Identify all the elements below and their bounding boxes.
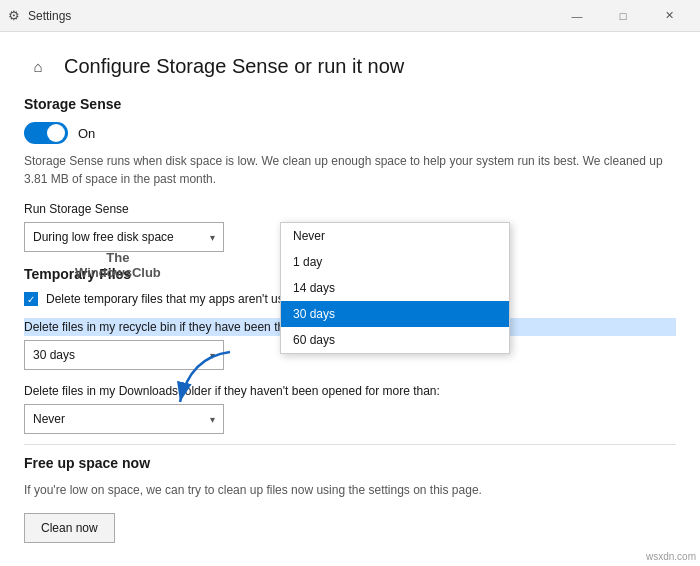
home-button[interactable]: ⌂: [24, 52, 52, 80]
settings-icon: ⚙: [8, 8, 20, 23]
delete-temp-label: Delete temporary files that my apps aren…: [46, 292, 300, 306]
popup-item-never[interactable]: Never: [281, 223, 509, 249]
popup-item-60days[interactable]: 60 days: [281, 327, 509, 353]
back-header: ⌂ Configure Storage Sense or run it now: [24, 52, 676, 80]
popup-item-14days[interactable]: 14 days: [281, 275, 509, 301]
downloads-dropdown-arrow: ▾: [210, 414, 215, 425]
storage-sense-title: Storage Sense: [24, 96, 676, 112]
downloads-label: Delete files in my Downloads folder if t…: [24, 384, 676, 398]
content-area: ⌂ Configure Storage Sense or run it now …: [0, 32, 700, 566]
main-panel: ⌂ Configure Storage Sense or run it now …: [0, 32, 700, 566]
minimize-button[interactable]: —: [554, 0, 600, 32]
page-title: Configure Storage Sense or run it now: [64, 55, 404, 78]
recycle-bin-dropdown-value: 30 days: [33, 348, 75, 362]
clean-now-button[interactable]: Clean now: [24, 513, 115, 543]
storage-sense-toggle[interactable]: [24, 122, 68, 144]
toggle-knob: [47, 124, 65, 142]
maximize-button[interactable]: □: [600, 0, 646, 32]
wsxdn-watermark: wsxdn.com: [646, 551, 696, 562]
popup-item-30days[interactable]: 30 days: [281, 301, 509, 327]
toggle-row: On: [24, 122, 676, 144]
run-dropdown-value: During low free disk space: [33, 230, 174, 244]
toggle-label: On: [78, 126, 95, 141]
title-bar: ⚙ Settings — □ ✕: [0, 0, 700, 32]
title-bar-title: Settings: [28, 9, 71, 23]
storage-sense-description: Storage Sense runs when disk space is lo…: [24, 152, 676, 188]
run-storage-sense-dropdown[interactable]: During low free disk space ▾: [24, 222, 224, 252]
delete-temp-checkbox[interactable]: ✓: [24, 292, 38, 306]
recycle-bin-dropdown-popup: Never 1 day 14 days 30 days 60 days: [280, 222, 510, 354]
downloads-dropdown[interactable]: Never ▾: [24, 404, 224, 434]
run-storage-sense-label: Run Storage Sense: [24, 202, 676, 216]
run-dropdown-arrow: ▾: [210, 232, 215, 243]
free-up-section: Free up space now If you're low on space…: [24, 444, 676, 543]
downloads-dropdown-value: Never: [33, 412, 65, 426]
close-button[interactable]: ✕: [646, 0, 692, 32]
free-up-description: If you're low on space, we can try to cl…: [24, 481, 676, 499]
title-bar-controls: — □ ✕: [554, 0, 692, 32]
free-up-title: Free up space now: [24, 455, 676, 471]
popup-item-1day[interactable]: 1 day: [281, 249, 509, 275]
recycle-bin-dropdown[interactable]: 30 days ▾: [24, 340, 224, 370]
recycle-bin-dropdown-arrow: ▾: [210, 350, 215, 361]
title-bar-left: ⚙ Settings: [8, 8, 71, 23]
